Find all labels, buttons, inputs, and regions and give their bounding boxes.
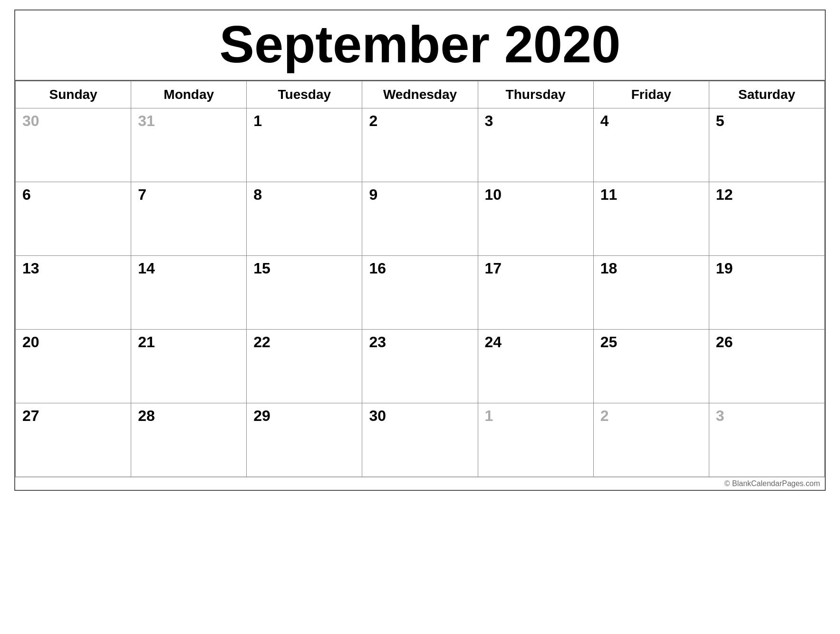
day-of-week-header: Wednesday <box>362 81 478 108</box>
day-number: 21 <box>138 333 155 351</box>
calendar-week-row: 303112345 <box>16 108 825 182</box>
calendar-week-row: 20212223242526 <box>16 330 825 403</box>
day-number: 15 <box>253 260 270 277</box>
calendar-day-cell: 21 <box>131 330 247 403</box>
calendar-day-cell: 16 <box>362 256 478 330</box>
calendar-day-cell: 12 <box>709 182 824 256</box>
calendar-day-cell: 8 <box>247 182 362 256</box>
day-number: 9 <box>369 186 377 203</box>
day-number: 24 <box>485 333 502 351</box>
day-number: 29 <box>253 407 270 424</box>
calendar-day-cell: 3 <box>478 108 593 182</box>
day-number: 14 <box>138 260 155 277</box>
calendar-day-cell: 2 <box>362 108 478 182</box>
calendar-day-cell: 27 <box>16 403 131 477</box>
calendar-day-cell: 6 <box>16 182 131 256</box>
day-of-week-header: Monday <box>131 81 247 108</box>
day-of-week-header: Friday <box>593 81 709 108</box>
calendar-day-cell: 18 <box>593 256 709 330</box>
day-number: 16 <box>369 260 386 277</box>
day-of-week-header: Saturday <box>709 81 824 108</box>
day-number: 6 <box>22 186 31 203</box>
day-number: 3 <box>485 112 493 129</box>
calendar-day-cell: 17 <box>478 256 593 330</box>
day-number: 1 <box>253 112 262 129</box>
day-number: 10 <box>485 186 502 203</box>
calendar-day-cell: 19 <box>709 256 824 330</box>
calendar-day-cell: 15 <box>247 256 362 330</box>
day-number: 12 <box>716 186 733 203</box>
calendar-day-cell: 4 <box>593 108 709 182</box>
calendar-day-cell: 28 <box>131 403 247 477</box>
day-number: 31 <box>138 112 155 129</box>
day-of-week-header: Sunday <box>16 81 131 108</box>
calendar-day-cell: 10 <box>478 182 593 256</box>
day-number: 7 <box>138 186 146 203</box>
calendar-container: September 2020 SundayMondayTuesdayWednes… <box>14 10 826 491</box>
calendar-day-cell: 11 <box>593 182 709 256</box>
day-number: 2 <box>369 112 377 129</box>
calendar-day-cell: 30 <box>362 403 478 477</box>
day-number: 23 <box>369 333 386 351</box>
calendar-day-cell: 29 <box>247 403 362 477</box>
day-number: 18 <box>600 260 618 277</box>
day-number: 30 <box>22 112 39 129</box>
calendar-day-cell: 24 <box>478 330 593 403</box>
calendar-day-cell: 31 <box>131 108 247 182</box>
day-number: 17 <box>485 260 502 277</box>
day-number: 2 <box>600 407 609 424</box>
calendar-title: September 2020 <box>15 10 825 81</box>
day-of-week-header: Thursday <box>478 81 593 108</box>
calendar-day-cell: 3 <box>709 403 824 477</box>
day-number: 25 <box>600 333 618 351</box>
calendar-day-cell: 25 <box>593 330 709 403</box>
day-number: 4 <box>600 112 609 129</box>
calendar-day-cell: 13 <box>16 256 131 330</box>
calendar-day-cell: 14 <box>131 256 247 330</box>
calendar-grid: SundayMondayTuesdayWednesdayThursdayFrid… <box>15 81 825 477</box>
calendar-day-cell: 5 <box>709 108 824 182</box>
calendar-week-row: 13141516171819 <box>16 256 825 330</box>
day-number: 26 <box>716 333 733 351</box>
days-header-row: SundayMondayTuesdayWednesdayThursdayFrid… <box>16 81 825 108</box>
day-of-week-header: Tuesday <box>247 81 362 108</box>
day-number: 13 <box>22 260 39 277</box>
watermark: © BlankCalendarPages.com <box>15 477 825 490</box>
calendar-week-row: 27282930123 <box>16 403 825 477</box>
calendar-day-cell: 20 <box>16 330 131 403</box>
calendar-day-cell: 22 <box>247 330 362 403</box>
calendar-day-cell: 30 <box>16 108 131 182</box>
day-number: 1 <box>485 407 493 424</box>
day-number: 5 <box>716 112 724 129</box>
day-number: 28 <box>138 407 155 424</box>
calendar-day-cell: 1 <box>247 108 362 182</box>
day-number: 27 <box>22 407 39 424</box>
calendar-day-cell: 7 <box>131 182 247 256</box>
day-number: 30 <box>369 407 386 424</box>
day-number: 19 <box>716 260 733 277</box>
calendar-day-cell: 26 <box>709 330 824 403</box>
day-number: 3 <box>716 407 724 424</box>
calendar-day-cell: 23 <box>362 330 478 403</box>
calendar-day-cell: 2 <box>593 403 709 477</box>
calendar-week-row: 6789101112 <box>16 182 825 256</box>
day-number: 22 <box>253 333 270 351</box>
day-number: 20 <box>22 333 39 351</box>
day-number: 8 <box>253 186 262 203</box>
day-number: 11 <box>600 186 618 203</box>
calendar-day-cell: 1 <box>478 403 593 477</box>
calendar-day-cell: 9 <box>362 182 478 256</box>
